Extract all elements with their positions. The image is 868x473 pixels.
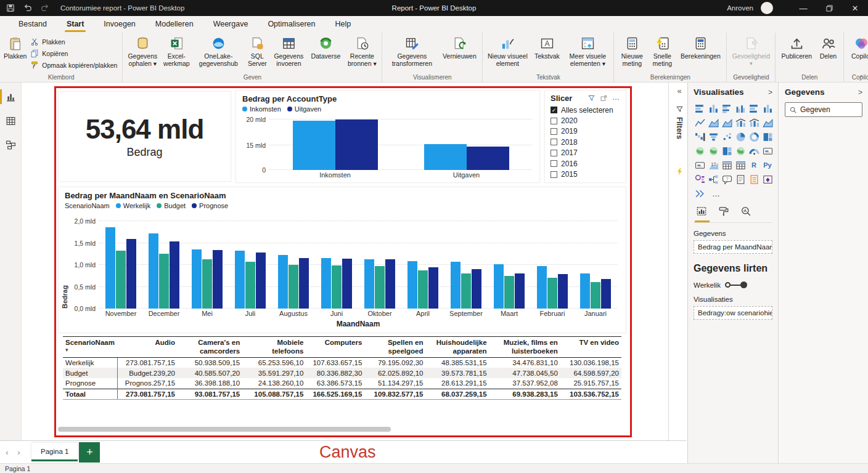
menu-bestand[interactable]: Bestand	[9, 16, 57, 33]
scenario-table-visual[interactable]: ScenarioNaam▾AudioCamera's en camcorders…	[58, 334, 626, 416]
key-influencers-icon[interactable]	[694, 173, 706, 185]
clustered-bar-chart-icon[interactable]	[721, 102, 733, 115]
bar-juli-budget[interactable]	[245, 262, 255, 309]
line-chart-icon[interactable]	[694, 116, 706, 129]
year-slicer[interactable]: Slicer … ✓Alles selecteren20202019201820…	[544, 90, 626, 183]
menu-help[interactable]: Help	[326, 16, 361, 33]
bar-februari-werkelijk[interactable]	[537, 266, 547, 309]
column-header-camera-s-en-camcorders[interactable]: Camera's en camcorders	[178, 337, 242, 358]
filled-map-icon[interactable]	[707, 145, 719, 157]
table-row-prognose[interactable]: PrognosePrognos.257,1536.398.188,1024.13…	[63, 378, 621, 389]
ribbon-button-dataverse[interactable]: Dataverse	[306, 34, 345, 73]
menu-start[interactable]: Start	[57, 16, 94, 33]
bar-uitgaven-inkomsten[interactable]	[424, 144, 467, 170]
bar-mei-werkelijk[interactable]	[192, 249, 202, 309]
bar-december-budget[interactable]	[159, 254, 169, 309]
focus-mode-icon[interactable]	[600, 94, 608, 102]
bar-september-werkelijk[interactable]	[451, 262, 461, 309]
decomposition-tree-icon[interactable]	[707, 173, 719, 185]
checkbox-2019[interactable]	[551, 128, 557, 135]
checkbox-alles-selecteren[interactable]: ✓	[551, 107, 557, 113]
drill-toggle[interactable]	[725, 281, 747, 289]
bar-augustus-budget[interactable]	[289, 265, 298, 309]
ribbon-button-recente-bronnen[interactable]: Recente bronnen ▾	[345, 34, 379, 73]
clustered-column-chart-icon[interactable]	[734, 102, 747, 115]
ribbon-button-snelle-meting[interactable]: Snelle meting	[647, 34, 677, 73]
avatar[interactable]	[761, 2, 773, 14]
expand-filters-icon[interactable]: «	[677, 86, 681, 95]
model-view-button[interactable]	[0, 135, 22, 155]
line-and-clustered-column-chart-icon[interactable]	[748, 116, 760, 129]
bar-augustus-prognose[interactable]	[299, 258, 309, 309]
bar-juni-prognose[interactable]	[342, 259, 352, 309]
filters-pane-label[interactable]: Filters	[675, 117, 684, 139]
ribbon-button-meer-visuele-elementen[interactable]: Meer visuele elementen ▾	[564, 34, 611, 73]
redo-icon[interactable]	[41, 4, 49, 12]
ribbon-button-kopi-ren[interactable]: Kopiëren	[28, 48, 120, 59]
pie-chart-icon[interactable]	[734, 131, 747, 143]
account-type-chart[interactable]: Bedrag per AccountType InkomstenUitgaven…	[235, 90, 540, 183]
restore-button[interactable]	[816, 0, 842, 16]
table-icon[interactable]	[721, 159, 733, 171]
legend-budget[interactable]: Budget	[157, 202, 186, 209]
ribbon-button-copilot[interactable]: Copilot	[846, 34, 868, 73]
r-script-visual-icon[interactable]: R	[748, 159, 760, 171]
table-row-budget[interactable]: BudgetBudget.239,2040.585.507,2035.591.2…	[63, 368, 621, 378]
column-header-tv-en-video[interactable]: TV en video	[560, 337, 621, 358]
column-header-spellen-en-speelgoed[interactable]: Spellen en speelgoed	[364, 337, 425, 358]
stacked-bar-chart-icon[interactable]	[694, 102, 706, 115]
bar-juli-prognose[interactable]	[256, 253, 266, 309]
stacked-column-chart-icon[interactable]	[707, 102, 719, 115]
ribbon-button-opmaak-kopi-ren-plakken[interactable]: Opmaak kopiéren/plakken	[28, 60, 120, 71]
format-visual-tab[interactable]	[718, 206, 731, 218]
report-view-button[interactable]	[0, 87, 22, 107]
sort-indicator-icon[interactable]: ▾	[65, 347, 115, 352]
100-stacked-column-chart-icon[interactable]	[761, 102, 774, 115]
ribbon-button-plakken[interactable]: Plakken	[2, 34, 28, 73]
power-apps-icon[interactable]	[761, 173, 774, 185]
minimize-button[interactable]: —	[790, 0, 816, 16]
bar-april-werkelijk[interactable]	[407, 261, 417, 309]
checkbox-2015[interactable]	[551, 171, 557, 178]
more-options-ellipsis[interactable]: …	[712, 189, 720, 198]
line-and-stacked-column-chart-icon[interactable]	[734, 116, 747, 129]
filter-icon[interactable]	[588, 94, 596, 102]
ribbon-button-sql-server[interactable]: SQL Server	[244, 34, 271, 73]
slicer-item-2017[interactable]: 2017	[551, 148, 620, 158]
next-page-arrow[interactable]: ›	[14, 448, 23, 457]
legend-werkelijk[interactable]: Werkelijk	[116, 202, 150, 209]
menu-invoegen[interactable]: Invoegen	[94, 16, 145, 33]
ribbon-button-delen[interactable]: Delen	[815, 34, 841, 73]
qa-visual-icon[interactable]: ?	[721, 173, 733, 185]
funnel-chart-icon[interactable]	[707, 131, 719, 143]
shape-map-icon[interactable]	[721, 145, 733, 157]
ribbon-button-plakken[interactable]: Plakken	[28, 36, 120, 47]
bar-oktober-werkelijk[interactable]	[364, 259, 374, 309]
card-icon[interactable]	[761, 145, 774, 157]
column-header-audio[interactable]: Audio	[118, 337, 178, 358]
data-view-button[interactable]	[0, 111, 22, 131]
treemap-icon[interactable]	[761, 131, 774, 143]
ribbon-button-excel-werkmap[interactable]: Excel-werkmap	[160, 34, 193, 73]
get-more-visuals-icon[interactable]	[694, 187, 706, 200]
column-header-huishoudelijke-apparaten[interactable]: Huishoudelijke apparaten	[425, 337, 489, 358]
slicer-item-2018[interactable]: 2018	[551, 137, 620, 147]
undo-icon[interactable]	[23, 4, 32, 12]
waterfall-chart-icon[interactable]	[694, 131, 706, 143]
slicer-item-alles-selecteren[interactable]: ✓Alles selecteren	[551, 105, 620, 115]
checkbox-2018[interactable]	[551, 139, 557, 145]
bar-juni-werkelijk[interactable]	[321, 258, 331, 309]
100-stacked-bar-chart-icon[interactable]	[748, 102, 760, 115]
bar-juli-werkelijk[interactable]	[235, 251, 245, 309]
menu-modelleren[interactable]: Modelleren	[145, 16, 203, 33]
map-icon[interactable]	[694, 145, 706, 157]
slicer-item-2019[interactable]: 2019	[551, 126, 620, 137]
menu-weergave[interactable]: Weergave	[203, 16, 258, 33]
build-visual-tab[interactable]	[696, 206, 708, 218]
legend-prognose[interactable]: Prognose	[192, 202, 228, 209]
ribbon-button-gegevens-invoeren[interactable]: Gegevens invoeren	[271, 34, 306, 73]
ribbon-button-berekeningen[interactable]: Berekeningen	[677, 34, 724, 73]
python-visual-icon[interactable]: Py	[761, 159, 774, 171]
account-name[interactable]: Anroven	[727, 4, 753, 12]
field-well-maandnaam[interactable]: Bedrag per MaandNaam	[694, 240, 772, 254]
